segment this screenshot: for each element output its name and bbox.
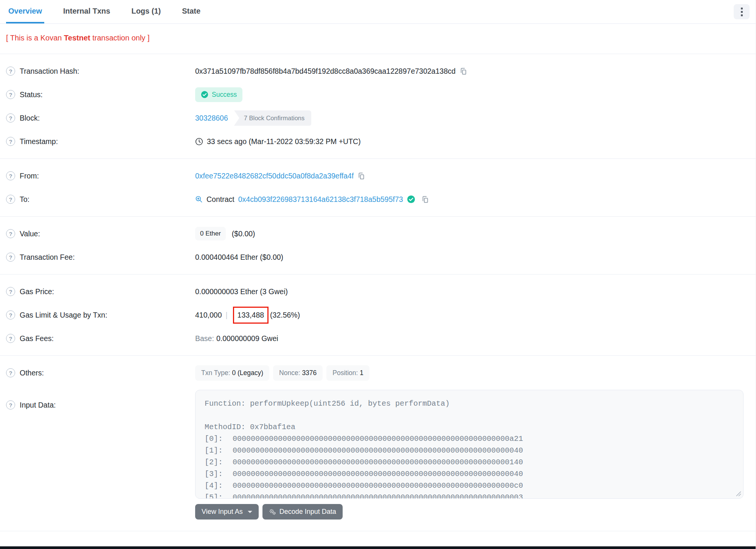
clock-icon — [195, 138, 203, 146]
tab-state[interactable]: State — [180, 0, 203, 23]
row-status: ? Status: Success — [0, 83, 756, 106]
help-icon[interactable]: ? — [6, 113, 15, 123]
row-gas-price: ? Gas Price: 0.000000003 Ether (3 Gwei) — [0, 280, 756, 303]
gas-limit-label: Gas Limit & Usage by Txn: — [20, 311, 107, 319]
view-input-as-button[interactable]: View Input As — [195, 504, 259, 520]
hex-row: [0]:000000000000000000000000000000000000… — [205, 433, 734, 445]
row-transaction-fee: ? Transaction Fee: 0.000400464 Ether ($0… — [0, 245, 756, 269]
timestamp-label: Timestamp: — [20, 137, 58, 146]
tab-overview[interactable]: Overview — [6, 0, 44, 23]
gas-limit-value: 410,000 — [195, 311, 222, 319]
hex-row: [3]:000000000000000000000000000000000000… — [205, 468, 734, 480]
zoom-in-icon[interactable] — [195, 195, 203, 203]
transaction-fee-value: 0.000400464 Ether ($0.00) — [195, 253, 283, 262]
help-icon[interactable]: ? — [6, 229, 15, 238]
row-value: ? Value: 0 Ether ($0.00) — [0, 222, 756, 245]
block-label: Block: — [20, 114, 40, 123]
input-data-label: Input Data: — [20, 401, 56, 409]
timestamp-value: 33 secs ago (Mar-11-2022 03:59:32 PM +UT… — [207, 137, 361, 146]
position-badge: Position: 1 — [326, 365, 369, 381]
help-icon[interactable]: ? — [6, 90, 15, 99]
to-address-link[interactable]: 0x4cb093f226983713164a62138c3f718a5b595f… — [238, 195, 403, 204]
row-gas-limit-usage: ? Gas Limit & Usage by Txn: 410,000 | 13… — [0, 303, 756, 327]
help-icon[interactable]: ? — [6, 400, 15, 409]
gas-separator: | — [222, 311, 231, 319]
copy-icon[interactable] — [459, 67, 467, 75]
tab-bar: Overview Internal Txns Logs (1) State — [0, 0, 756, 24]
gas-fees-label: Gas Fees: — [20, 334, 54, 343]
contract-word: Contract — [206, 195, 234, 204]
row-gas-fees: ? Gas Fees: Base: 0.000000009 Gwei — [0, 327, 756, 350]
hex-row: [1]:000000000000000000000000000000000000… — [205, 445, 734, 456]
transaction-hash-label: Transaction Hash: — [20, 67, 79, 76]
check-circle-icon — [201, 91, 208, 98]
transaction-hash-value: 0x371a51097fb78df856f8b4a7bd459f192d8cc8… — [195, 67, 456, 76]
help-icon[interactable]: ? — [6, 171, 15, 180]
help-icon[interactable]: ? — [6, 195, 15, 204]
gears-icon — [269, 508, 276, 515]
block-number-link[interactable]: 30328606 — [195, 114, 228, 123]
method-id-line: MethodID: 0x7bbaf1ea — [205, 421, 734, 433]
value-label: Value: — [20, 230, 40, 238]
gas-price-label: Gas Price: — [20, 287, 54, 296]
kebab-menu-button[interactable] — [734, 4, 750, 19]
input-data-textarea[interactable]: Function: performUpkeep(uint256 id, byte… — [195, 390, 744, 499]
copy-icon[interactable] — [421, 195, 429, 203]
help-icon[interactable]: ? — [6, 334, 15, 343]
hex-row: [2]:000000000000000000000000000000000000… — [205, 456, 734, 468]
help-icon[interactable]: ? — [6, 253, 15, 262]
gas-price-value: 0.000000003 Ether (3 Gwei) — [195, 287, 288, 296]
block-confirmations-badge: 7 Block Confirmations — [234, 110, 311, 126]
tab-logs[interactable]: Logs (1) — [129, 0, 163, 23]
nonce-badge: Nonce: 3376 — [273, 365, 323, 381]
function-line: Function: performUpkeep(uint256 id, byte… — [205, 398, 734, 409]
copy-icon[interactable] — [357, 172, 365, 180]
section-value: ? Value: 0 Ether ($0.00) ? Transaction F… — [0, 217, 756, 274]
section-others-input: ? Others: Txn Type: 0 (Legacy) Nonce: 33… — [0, 356, 756, 531]
gas-used-percent: (32.56%) — [270, 311, 300, 319]
section-summary: ? Transaction Hash: 0x371a51097fb78df856… — [0, 54, 756, 159]
status-badge: Success — [195, 87, 242, 102]
row-others: ? Others: Txn Type: 0 (Legacy) Nonce: 33… — [0, 361, 756, 385]
annotation-red-box: 133,488 — [233, 307, 269, 324]
base-fee-value: 0.000000009 Gwei — [216, 334, 278, 343]
hex-row: [4]:000000000000000000000000000000000000… — [205, 480, 734, 492]
testnet-notice: [ This is a Kovan Testnet transaction on… — [0, 24, 756, 54]
transaction-details-page: Overview Internal Txns Logs (1) State [ … — [0, 0, 756, 549]
row-block: ? Block: 30328606 7 Block Confirmations — [0, 106, 756, 130]
tab-internal-txns[interactable]: Internal Txns — [61, 0, 112, 23]
help-icon[interactable]: ? — [6, 368, 15, 377]
row-timestamp: ? Timestamp: 33 secs ago (Mar-11-2022 03… — [0, 130, 756, 153]
to-label: To: — [20, 195, 29, 204]
gas-used-value: 133,488 — [238, 311, 264, 319]
txn-type-badge: Txn Type: 0 (Legacy) — [195, 365, 269, 381]
others-label: Others: — [20, 369, 44, 377]
hex-row: [5]:000000000000000000000000000000000000… — [205, 492, 734, 499]
row-from: ? From: 0xfee7522e8482682cf50ddc50a0f8da… — [0, 164, 756, 188]
chevron-down-icon — [248, 511, 252, 513]
row-to: ? To: Contract 0x4cb093f226983713164a621… — [0, 188, 756, 211]
section-addresses: ? From: 0xfee7522e8482682cf50ddc50a0f8da… — [0, 159, 756, 217]
help-icon[interactable]: ? — [6, 137, 15, 146]
resize-handle[interactable] — [736, 491, 741, 496]
decode-input-data-button[interactable]: Decode Input Data — [262, 504, 343, 520]
ether-value-badge: 0 Ether — [195, 227, 226, 240]
from-address-link[interactable]: 0xfee7522e8482682cf50ddc50a0f8da2a39effa… — [195, 172, 354, 180]
help-icon[interactable]: ? — [6, 287, 15, 296]
section-gas: ? Gas Price: 0.000000003 Ether (3 Gwei) … — [0, 274, 756, 356]
help-icon[interactable]: ? — [6, 310, 15, 319]
transaction-fee-label: Transaction Fee: — [20, 253, 75, 262]
status-label: Status: — [20, 90, 43, 99]
from-label: From: — [20, 172, 39, 180]
base-fee-label: Base: — [195, 334, 214, 343]
footer-top-edge — [0, 546, 756, 549]
usd-value: ($0.00) — [232, 230, 255, 238]
row-transaction-hash: ? Transaction Hash: 0x371a51097fb78df856… — [0, 59, 756, 83]
verified-check-icon — [407, 195, 415, 203]
help-icon[interactable]: ? — [6, 67, 15, 76]
row-input-data: ? Input Data: Function: performUpkeep(ui… — [0, 390, 756, 520]
